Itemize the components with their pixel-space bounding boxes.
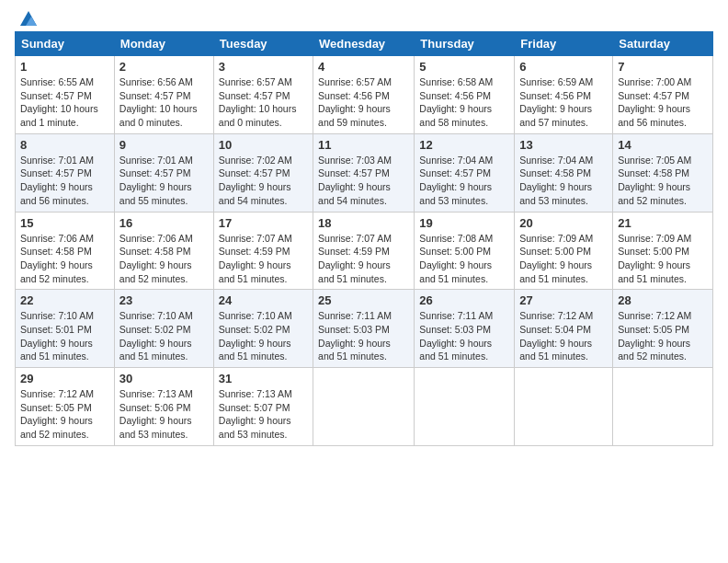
week-row-1: 1Sunrise: 6:55 AMSunset: 4:57 PMDaylight… <box>16 56 713 134</box>
calendar-cell: 28Sunrise: 7:12 AMSunset: 5:05 PMDayligh… <box>613 290 713 368</box>
calendar-cell: 1Sunrise: 6:55 AMSunset: 4:57 PMDaylight… <box>16 56 115 134</box>
weekday-header-wednesday: Wednesday <box>313 32 415 56</box>
calendar-cell: 20Sunrise: 7:09 AMSunset: 5:00 PMDayligh… <box>515 212 613 290</box>
calendar-cell: 21Sunrise: 7:09 AMSunset: 5:00 PMDayligh… <box>613 212 713 290</box>
calendar-cell: 15Sunrise: 7:06 AMSunset: 4:58 PMDayligh… <box>16 212 115 290</box>
week-row-3: 15Sunrise: 7:06 AMSunset: 4:58 PMDayligh… <box>16 212 713 290</box>
day-number: 29 <box>20 372 109 385</box>
logo-icon <box>18 9 39 29</box>
day-number: 11 <box>318 138 409 152</box>
day-number: 25 <box>318 293 409 307</box>
calendar-cell: 17Sunrise: 7:07 AMSunset: 4:59 PMDayligh… <box>213 212 313 290</box>
calendar-cell: 12Sunrise: 7:04 AMSunset: 4:57 PMDayligh… <box>415 133 515 212</box>
day-detail: Sunrise: 7:13 AMSunset: 5:06 PMDaylight:… <box>119 387 209 442</box>
day-number: 4 <box>318 60 409 74</box>
day-detail: Sunrise: 6:58 AMSunset: 4:56 PMDaylight:… <box>419 75 509 130</box>
day-number: 8 <box>20 138 109 152</box>
day-number: 22 <box>20 293 109 307</box>
day-number: 3 <box>219 60 308 74</box>
calendar-cell: 29Sunrise: 7:12 AMSunset: 5:05 PMDayligh… <box>16 368 115 446</box>
calendar-cell: 3Sunrise: 6:57 AMSunset: 4:57 PMDaylight… <box>213 56 313 134</box>
day-number: 19 <box>419 216 509 230</box>
top-header <box>15 9 713 26</box>
day-detail: Sunrise: 7:04 AMSunset: 4:58 PMDaylight:… <box>519 154 608 208</box>
day-number: 7 <box>618 60 708 74</box>
day-detail: Sunrise: 7:09 AMSunset: 5:00 PMDaylight:… <box>618 232 708 286</box>
day-detail: Sunrise: 7:01 AMSunset: 4:57 PMDaylight:… <box>20 154 109 208</box>
day-number: 13 <box>519 138 608 152</box>
day-detail: Sunrise: 7:09 AMSunset: 5:00 PMDaylight:… <box>519 232 608 286</box>
calendar-cell <box>613 368 713 446</box>
calendar-cell: 2Sunrise: 6:56 AMSunset: 4:57 PMDaylight… <box>114 56 213 134</box>
week-row-4: 22Sunrise: 7:10 AMSunset: 5:01 PMDayligh… <box>16 290 713 368</box>
day-number: 14 <box>618 138 708 152</box>
day-number: 2 <box>119 60 209 74</box>
day-detail: Sunrise: 7:02 AMSunset: 4:57 PMDaylight:… <box>219 154 308 208</box>
day-number: 12 <box>419 138 509 152</box>
day-number: 5 <box>419 60 509 74</box>
day-detail: Sunrise: 7:07 AMSunset: 4:59 PMDaylight:… <box>219 232 308 286</box>
weekday-header-friday: Friday <box>515 32 613 56</box>
day-number: 28 <box>618 293 708 307</box>
calendar-cell: 5Sunrise: 6:58 AMSunset: 4:56 PMDaylight… <box>415 56 515 134</box>
calendar-cell: 13Sunrise: 7:04 AMSunset: 4:58 PMDayligh… <box>515 133 613 212</box>
day-number: 20 <box>519 216 608 230</box>
day-detail: Sunrise: 7:10 AMSunset: 5:02 PMDaylight:… <box>219 309 308 363</box>
weekday-header-tuesday: Tuesday <box>213 32 313 56</box>
calendar-cell <box>515 368 613 446</box>
calendar-cell: 8Sunrise: 7:01 AMSunset: 4:57 PMDaylight… <box>16 133 115 212</box>
day-number: 10 <box>219 138 308 152</box>
day-detail: Sunrise: 7:04 AMSunset: 4:57 PMDaylight:… <box>419 154 509 208</box>
page: SundayMondayTuesdayWednesdayThursdayFrid… <box>0 0 728 563</box>
calendar-cell: 23Sunrise: 7:10 AMSunset: 5:02 PMDayligh… <box>114 290 213 368</box>
calendar-cell: 9Sunrise: 7:01 AMSunset: 4:57 PMDaylight… <box>114 133 213 212</box>
day-detail: Sunrise: 6:57 AMSunset: 4:56 PMDaylight:… <box>318 75 409 130</box>
calendar-body: 1Sunrise: 6:55 AMSunset: 4:57 PMDaylight… <box>16 56 713 446</box>
day-detail: Sunrise: 6:59 AMSunset: 4:56 PMDaylight:… <box>519 75 608 130</box>
day-number: 16 <box>119 216 209 230</box>
calendar-cell: 11Sunrise: 7:03 AMSunset: 4:57 PMDayligh… <box>313 133 415 212</box>
day-number: 21 <box>618 216 708 230</box>
week-row-2: 8Sunrise: 7:01 AMSunset: 4:57 PMDaylight… <box>16 133 713 212</box>
day-detail: Sunrise: 7:05 AMSunset: 4:58 PMDaylight:… <box>618 154 708 208</box>
calendar-cell: 30Sunrise: 7:13 AMSunset: 5:06 PMDayligh… <box>114 368 213 446</box>
day-number: 27 <box>519 293 608 307</box>
calendar-cell: 19Sunrise: 7:08 AMSunset: 5:00 PMDayligh… <box>415 212 515 290</box>
day-detail: Sunrise: 7:11 AMSunset: 5:03 PMDaylight:… <box>419 309 509 363</box>
day-detail: Sunrise: 7:07 AMSunset: 4:59 PMDaylight:… <box>318 232 409 286</box>
day-detail: Sunrise: 7:01 AMSunset: 4:57 PMDaylight:… <box>119 154 209 208</box>
weekday-header-sunday: Sunday <box>16 32 115 56</box>
day-detail: Sunrise: 7:03 AMSunset: 4:57 PMDaylight:… <box>318 154 409 208</box>
day-detail: Sunrise: 7:12 AMSunset: 5:04 PMDaylight:… <box>519 309 608 363</box>
calendar-cell: 27Sunrise: 7:12 AMSunset: 5:04 PMDayligh… <box>515 290 613 368</box>
calendar-cell: 22Sunrise: 7:10 AMSunset: 5:01 PMDayligh… <box>16 290 115 368</box>
day-detail: Sunrise: 7:00 AMSunset: 4:57 PMDaylight:… <box>618 75 708 130</box>
weekday-header-saturday: Saturday <box>613 32 713 56</box>
day-detail: Sunrise: 7:11 AMSunset: 5:03 PMDaylight:… <box>318 309 409 363</box>
day-number: 30 <box>119 372 209 385</box>
weekday-header-thursday: Thursday <box>415 32 515 56</box>
day-detail: Sunrise: 7:12 AMSunset: 5:05 PMDaylight:… <box>20 387 109 442</box>
calendar-cell: 6Sunrise: 6:59 AMSunset: 4:56 PMDaylight… <box>515 56 613 134</box>
calendar-cell: 25Sunrise: 7:11 AMSunset: 5:03 PMDayligh… <box>313 290 415 368</box>
calendar-cell: 4Sunrise: 6:57 AMSunset: 4:56 PMDaylight… <box>313 56 415 134</box>
week-row-5: 29Sunrise: 7:12 AMSunset: 5:05 PMDayligh… <box>16 368 713 446</box>
day-detail: Sunrise: 7:08 AMSunset: 5:00 PMDaylight:… <box>419 232 509 286</box>
day-number: 18 <box>318 216 409 230</box>
day-detail: Sunrise: 7:10 AMSunset: 5:02 PMDaylight:… <box>119 309 209 363</box>
day-detail: Sunrise: 7:13 AMSunset: 5:07 PMDaylight:… <box>219 387 308 442</box>
calendar-cell: 7Sunrise: 7:00 AMSunset: 4:57 PMDaylight… <box>613 56 713 134</box>
calendar-cell: 14Sunrise: 7:05 AMSunset: 4:58 PMDayligh… <box>613 133 713 212</box>
calendar-cell: 18Sunrise: 7:07 AMSunset: 4:59 PMDayligh… <box>313 212 415 290</box>
day-number: 6 <box>519 60 608 74</box>
day-detail: Sunrise: 7:06 AMSunset: 4:58 PMDaylight:… <box>119 232 209 286</box>
day-number: 9 <box>119 138 209 152</box>
day-number: 24 <box>219 293 308 307</box>
weekday-header-row: SundayMondayTuesdayWednesdayThursdayFrid… <box>16 32 713 56</box>
calendar-cell <box>313 368 415 446</box>
calendar-cell <box>415 368 515 446</box>
day-detail: Sunrise: 6:55 AMSunset: 4:57 PMDaylight:… <box>20 75 109 130</box>
day-detail: Sunrise: 7:06 AMSunset: 4:58 PMDaylight:… <box>20 232 109 286</box>
weekday-header-monday: Monday <box>114 32 213 56</box>
day-detail: Sunrise: 6:56 AMSunset: 4:57 PMDaylight:… <box>119 75 209 130</box>
